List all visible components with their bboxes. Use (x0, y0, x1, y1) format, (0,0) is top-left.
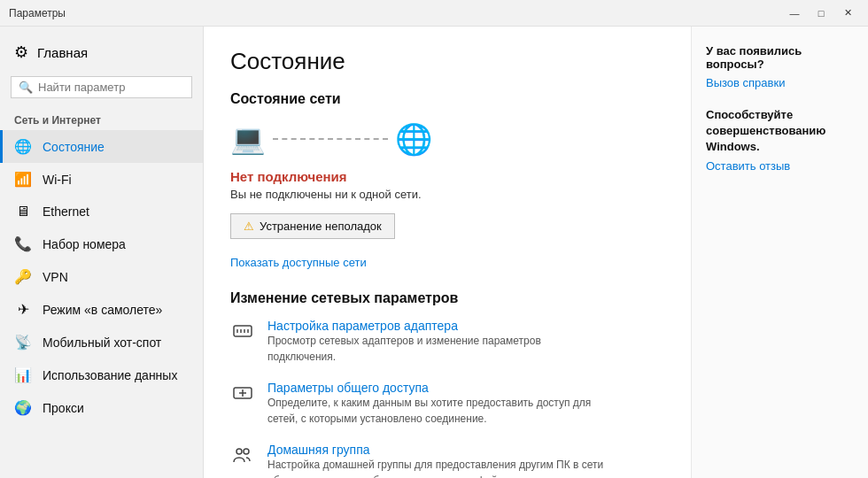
sidebar-item-label: VPN (43, 270, 68, 284)
connection-status: Нет подключения (230, 169, 664, 184)
hotspot-icon: 📡 (14, 334, 32, 351)
connection-line (273, 138, 388, 140)
warning-icon: ⚠ (244, 220, 254, 233)
airplane-icon: ✈ (14, 301, 32, 318)
troubleshoot-button[interactable]: ⚠ Устранение неполадок (230, 213, 395, 239)
sidebar-home[interactable]: ⚙ Главная (0, 35, 203, 69)
svg-rect-0 (234, 326, 252, 336)
sidebar-item-ethernet[interactable]: 🖥 Ethernet (0, 196, 203, 227)
computer-icon: 💻 (230, 122, 266, 156)
feedback-link[interactable]: Оставить отзыв (706, 159, 854, 173)
sidebar-item-dialup[interactable]: 📞 Набор номера (0, 227, 203, 260)
adapter-settings-item: Настройка параметров адаптера Просмотр с… (230, 319, 664, 365)
status-icon: 🌐 (14, 138, 32, 155)
sidebar-item-label: Ethernet (43, 204, 89, 219)
troubleshoot-label: Устранение неполадок (260, 220, 382, 233)
minimize-button[interactable]: — (783, 4, 806, 22)
app-title: Параметры (9, 7, 66, 19)
sidebar-item-proxy[interactable]: 🌍 Прокси (0, 391, 203, 424)
adapter-icon (230, 320, 255, 347)
sharing-title[interactable]: Параметры общего доступа (267, 381, 604, 395)
sidebar-item-airplane[interactable]: ✈ Режим «в самолете» (0, 293, 203, 326)
improve-title: Способствуйте совершенствованию Windows. (706, 107, 854, 156)
close-button[interactable]: ✕ (836, 4, 859, 22)
network-diagram: 💻 🌐 (230, 121, 664, 157)
app-body: ⚙ Главная 🔍 Сеть и Интернет 🌐 Состояние … (0, 27, 868, 478)
connection-desc: Вы не подключены ни к одной сети. (230, 188, 664, 201)
sidebar: ⚙ Главная 🔍 Сеть и Интернет 🌐 Состояние … (0, 27, 204, 478)
datausage-icon: 📊 (14, 366, 32, 383)
homegroup-desc: Настройка домашней группы для предоставл… (267, 457, 604, 478)
sidebar-item-label: Состояние (43, 140, 105, 154)
svg-point-7 (244, 449, 249, 454)
homegroup-settings-item: Домашняя группа Настройка домашней групп… (230, 443, 664, 478)
show-networks-link[interactable]: Показать доступные сети (230, 256, 367, 269)
help-title: У вас появились вопросы? (706, 44, 854, 71)
sharing-settings-item: Параметры общего доступа Определите, к к… (230, 381, 664, 427)
ethernet-icon: 🖥 (14, 204, 32, 220)
sidebar-item-datausage[interactable]: 📊 Использование данных (0, 358, 203, 391)
sidebar-item-status[interactable]: 🌐 Состояние (0, 130, 203, 163)
vpn-icon: 🔑 (14, 268, 32, 285)
globe-icon: 🌐 (395, 121, 432, 157)
sidebar-item-label: Режим «в самолете» (43, 303, 162, 317)
network-status-label: Состояние сети (230, 91, 664, 107)
title-bar: Параметры — □ ✕ (0, 0, 868, 27)
homegroup-title[interactable]: Домашняя группа (267, 443, 604, 457)
homegroup-icon (230, 444, 255, 471)
adapter-title[interactable]: Настройка параметров адаптера (267, 319, 604, 333)
sharing-icon (230, 382, 255, 409)
proxy-icon: 🌍 (14, 399, 32, 416)
home-label: Главная (37, 45, 88, 60)
sidebar-item-vpn[interactable]: 🔑 VPN (0, 260, 203, 293)
wifi-icon: 📶 (14, 171, 32, 188)
search-icon: 🔍 (19, 81, 33, 94)
svg-point-6 (236, 449, 242, 454)
dialup-icon: 📞 (14, 235, 32, 252)
sidebar-item-wifi[interactable]: 📶 Wi-Fi (0, 163, 203, 196)
sidebar-item-hotspot[interactable]: 📡 Мобильный хот-спот (0, 326, 203, 358)
search-box[interactable]: 🔍 (11, 76, 192, 98)
right-panel: У вас появились вопросы? Вызов справки С… (691, 27, 868, 478)
window-controls: — □ ✕ (783, 4, 859, 22)
sidebar-section-label: Сеть и Интернет (0, 105, 203, 130)
home-icon: ⚙ (14, 42, 28, 62)
change-settings-title: Изменение сетевых параметров (230, 290, 664, 306)
search-input[interactable] (38, 81, 184, 94)
adapter-desc: Просмотр сетевых адаптеров и изменение п… (267, 333, 604, 365)
sidebar-item-label: Набор номера (43, 237, 126, 251)
page-title: Состояние (230, 48, 664, 75)
sidebar-item-label: Использование данных (43, 368, 177, 382)
sidebar-item-label: Мобильный хот-спот (43, 335, 161, 350)
main-content: Состояние Состояние сети 💻 🌐 Нет подключ… (204, 27, 691, 478)
maximize-button[interactable]: □ (810, 4, 833, 22)
sidebar-item-label: Wi-Fi (43, 173, 72, 187)
sidebar-item-label: Прокси (43, 401, 84, 415)
help-link[interactable]: Вызов справки (706, 76, 854, 89)
sharing-desc: Определите, к каким данным вы хотите пре… (267, 395, 604, 427)
